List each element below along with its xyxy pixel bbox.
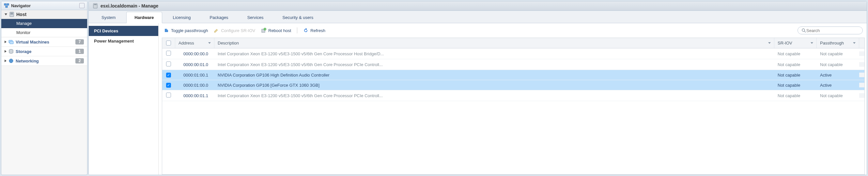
search-icon — [801, 28, 806, 33]
tab-packages[interactable]: Packages — [202, 12, 237, 23]
cell-passthrough: Not capable — [817, 60, 859, 69]
nav-host-row[interactable]: Host — [1, 10, 87, 19]
reboot-host-label: Reboot host — [268, 28, 291, 33]
cell-sriov: Not capable — [774, 60, 817, 69]
sort-icon — [853, 42, 856, 44]
grid-header-address[interactable]: Address — [175, 38, 214, 48]
cell-passthrough: Active — [817, 80, 859, 90]
cell-sriov: Not capable — [774, 91, 817, 100]
table-row[interactable]: 0000:00:01.0Intel Corporation Xeon E3-12… — [162, 59, 864, 70]
tab-services[interactable]: Services — [239, 12, 272, 23]
tab-system[interactable]: System — [93, 12, 124, 23]
refresh-icon — [303, 28, 308, 33]
work-area: Toggle passthrough Configure SR-IOV Rebo… — [159, 23, 867, 175]
toggle-passthrough-label: Toggle passthrough — [171, 28, 208, 33]
count-badge: 7 — [75, 39, 84, 45]
nav-item-storage[interactable]: Storage1 — [1, 47, 87, 56]
sort-icon — [208, 42, 211, 44]
navigator-icon — [4, 3, 9, 8]
grid-header-passthrough[interactable]: Passthrough — [817, 38, 859, 48]
row-checkbox[interactable] — [166, 93, 171, 98]
refresh-button[interactable]: Refresh — [303, 28, 326, 33]
svg-rect-4 — [10, 13, 13, 14]
sort-icon — [811, 42, 813, 44]
cell-passthrough: Not capable — [817, 49, 859, 58]
cell-description: Intel Corporation Xeon E3-1200 v5/E3-150… — [214, 91, 774, 100]
cell-description: Intel Corporation Xeon E3-1200 v5/E3-150… — [214, 49, 774, 58]
navigator-panel: Navigator Host ManageMonitor Virtual Mac… — [1, 1, 88, 175]
row-checkbox[interactable] — [166, 51, 171, 56]
cell-passthrough: Not capable — [817, 91, 859, 100]
nav-sub-manage[interactable]: Manage — [1, 19, 87, 28]
cell-address: 0000:00:01.1 — [175, 91, 214, 100]
toolbar-separator — [297, 27, 297, 33]
nav-sub-monitor[interactable]: Monitor — [1, 28, 87, 37]
table-row[interactable]: ✓0000:01:00.1NVIDIA Corporation GP106 Hi… — [162, 70, 864, 80]
cell-address: 0000:00:01.0 — [175, 60, 214, 69]
table-row[interactable]: 0000:00:01.1Intel Corporation Xeon E3-12… — [162, 90, 864, 101]
search-box[interactable] — [798, 26, 863, 34]
grid-scroll-gutter — [859, 41, 865, 46]
nav-item-networking[interactable]: Networking2 — [1, 56, 87, 66]
nav-host-label: Host — [16, 12, 26, 17]
vm-icon — [8, 39, 14, 45]
svg-rect-1 — [7, 4, 9, 5]
sub-item-power-management[interactable]: Power Management — [89, 36, 158, 46]
disclosure-down-icon — [5, 14, 7, 16]
disclosure-right-icon — [5, 41, 6, 43]
grid-body[interactable]: 0000:00:00.0Intel Corporation Xeon E3-12… — [162, 48, 864, 174]
tab-security-users[interactable]: Security & users — [274, 12, 321, 23]
refresh-label: Refresh — [310, 28, 326, 33]
cell-passthrough: Active — [817, 70, 859, 80]
tab-hardware[interactable]: Hardware — [126, 12, 162, 23]
sub-item-pci-devices[interactable]: PCI Devices — [89, 26, 158, 36]
reboot-host-button[interactable]: Reboot host — [261, 28, 291, 33]
row-checkbox[interactable]: ✓ — [166, 83, 171, 88]
main-header: esxi.localdomain - Manage — [89, 1, 867, 11]
table-row[interactable]: 0000:00:00.0Intel Corporation Xeon E3-12… — [162, 48, 864, 59]
cell-address: 0000:01:00.1 — [175, 70, 214, 80]
network-icon — [8, 58, 14, 64]
page-title: esxi.localdomain - Manage — [100, 3, 158, 8]
host-icon — [93, 3, 98, 8]
navigator-title: Navigator — [11, 3, 31, 8]
hardware-sub-sidebar: PCI DevicesPower Management — [89, 23, 159, 175]
svg-rect-0 — [4, 4, 6, 5]
toggle-passthrough-button[interactable]: Toggle passthrough — [164, 28, 208, 33]
cell-sriov: Not capable — [774, 49, 817, 58]
cell-sriov: Not capable — [774, 70, 817, 80]
svg-line-15 — [804, 31, 806, 32]
tab-licensing[interactable]: Licensing — [165, 12, 199, 23]
grid-header-sriov[interactable]: SR-IOV — [774, 38, 817, 48]
svg-rect-7 — [10, 41, 13, 44]
pin-panel-button[interactable] — [79, 3, 85, 8]
svg-rect-11 — [94, 4, 97, 5]
grid-header-checkbox[interactable] — [162, 38, 175, 48]
svg-point-14 — [802, 29, 805, 31]
row-checkbox[interactable] — [166, 61, 171, 67]
configure-sriov-button: Configure SR-IOV — [214, 28, 255, 33]
toolbar: Toggle passthrough Configure SR-IOV Rebo… — [162, 25, 865, 37]
grid-header-description[interactable]: Description — [214, 38, 774, 48]
navigator-header: Navigator — [1, 1, 87, 10]
search-input[interactable] — [806, 28, 861, 33]
configure-sriov-label: Configure SR-IOV — [221, 28, 255, 33]
pencil-icon — [214, 28, 219, 33]
cell-address: 0000:00:00.0 — [175, 49, 214, 58]
host-icon — [9, 12, 14, 17]
nav-item-label: Storage — [16, 49, 31, 54]
main-panel: esxi.localdomain - Manage SystemHardware… — [88, 1, 867, 175]
sort-icon — [768, 42, 771, 44]
cell-description: Intel Corporation Xeon E3-1200 v5/E3-150… — [214, 60, 774, 69]
table-row[interactable]: ✓0000:01:00.0NVIDIA Corporation GP106 [G… — [162, 80, 864, 90]
storage-icon — [8, 49, 14, 54]
count-badge: 2 — [75, 58, 84, 64]
cell-sriov: Not capable — [774, 80, 817, 90]
svg-rect-5 — [10, 14, 13, 15]
passthrough-icon — [164, 28, 169, 33]
svg-rect-2 — [5, 6, 7, 7]
nav-item-virtual-machines[interactable]: Virtual Machines7 — [1, 37, 87, 47]
cell-description: NVIDIA Corporation GP106 [GeForce GTX 10… — [214, 80, 774, 90]
row-checkbox[interactable]: ✓ — [166, 73, 171, 78]
reboot-icon — [261, 28, 266, 33]
